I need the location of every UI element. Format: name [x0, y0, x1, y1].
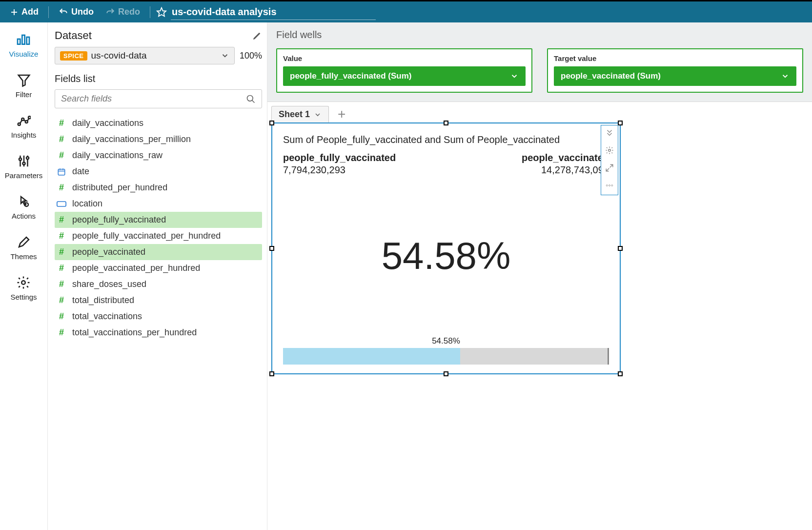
rail-label: Filter — [16, 90, 32, 99]
rail-label: Settings — [10, 293, 37, 301]
more-options-button[interactable] — [605, 181, 614, 192]
double-chevron-down-icon — [605, 128, 614, 137]
field-name: total_vaccinations_per_hundred — [72, 327, 197, 338]
rail-visualize[interactable]: Visualize — [9, 31, 39, 58]
search-fields-input[interactable] — [61, 94, 246, 104]
add-label: Add — [21, 7, 39, 17]
resize-handle[interactable] — [269, 246, 274, 251]
field-row[interactable]: people_fully_vaccinated — [55, 212, 262, 228]
resize-handle[interactable] — [618, 371, 623, 376]
star-icon[interactable] — [156, 7, 167, 18]
chevron-down-icon — [221, 51, 229, 60]
redo-icon — [105, 7, 115, 17]
kpi-left-value: 7,794,230,293 — [283, 164, 396, 176]
chevron-down-icon — [510, 72, 519, 81]
analysis-title-input[interactable] — [171, 4, 376, 20]
rail-label: Actions — [12, 212, 36, 220]
resize-handle[interactable] — [444, 371, 448, 376]
rail-parameters[interactable]: Parameters — [5, 154, 43, 180]
spice-badge: SPICE — [60, 51, 87, 61]
separator — [150, 6, 150, 18]
dots-icon — [605, 181, 614, 190]
add-button[interactable]: Add — [6, 5, 42, 19]
field-row[interactable]: people_fully_vaccinated_per_hundred — [55, 228, 262, 244]
kpi-right-label: people_vaccinated — [522, 152, 609, 163]
svg-point-18 — [22, 281, 26, 285]
rail-insights[interactable]: Insights — [11, 113, 37, 139]
svg-line-27 — [610, 164, 613, 167]
kpi-progress-bar — [283, 348, 609, 365]
field-row[interactable]: total_distributed — [55, 292, 262, 308]
resize-handle[interactable] — [444, 121, 448, 125]
svg-point-29 — [606, 185, 608, 186]
well-value-pill-text: people_fully_vaccinated (Sum) — [290, 71, 411, 81]
field-row[interactable]: daily_vaccinations — [55, 115, 262, 131]
field-row[interactable]: daily_vaccinations_raw — [55, 147, 262, 163]
chevron-down-icon[interactable] — [314, 111, 322, 119]
dataset-header: Dataset — [55, 29, 92, 42]
funnel-icon — [17, 73, 31, 87]
plus-icon — [10, 8, 19, 17]
resize-handle[interactable] — [269, 121, 274, 125]
fields-list: daily_vaccinationsdaily_vaccinations_per… — [55, 115, 262, 341]
visual-title: Sum of People_fully_vaccinated and Sum o… — [283, 134, 609, 145]
field-name: total_vaccinations — [72, 311, 142, 322]
dataset-name: us-covid-data — [91, 50, 217, 61]
rail-settings[interactable]: Settings — [10, 275, 37, 301]
fields-panel: Dataset SPICE us-covid-data 100% Fields … — [48, 22, 267, 530]
field-name: daily_vaccinations — [72, 118, 143, 128]
well-value-pill[interactable]: people_fully_vaccinated (Sum) — [283, 66, 526, 86]
search-fields-wrap[interactable] — [55, 89, 262, 108]
field-row[interactable]: total_vaccinations — [55, 308, 262, 325]
kpi-visual[interactable]: Sum of People_fully_vaccinated and Sum o… — [271, 122, 621, 374]
string-icon — [57, 199, 66, 209]
field-row[interactable]: people_vaccinated_per_hundred — [55, 260, 262, 276]
visual-settings-button[interactable] — [605, 146, 614, 157]
pencil-icon[interactable] — [252, 31, 262, 41]
field-row[interactable]: daily_vaccinations_per_million — [55, 131, 262, 147]
rail-actions[interactable]: Actions — [12, 194, 36, 220]
number-icon — [57, 151, 66, 161]
rail-filter[interactable]: Filter — [16, 73, 32, 99]
resize-handle[interactable] — [269, 371, 274, 376]
well-target[interactable]: Target value people_vaccinated (Sum) — [547, 48, 803, 93]
sheet-tabs: Sheet 1 + — [267, 102, 812, 122]
expand-down-button[interactable] — [605, 128, 614, 139]
field-row[interactable]: share_doses_used — [55, 276, 262, 292]
dataset-select[interactable]: SPICE us-covid-data — [55, 47, 235, 64]
maximize-button[interactable] — [605, 163, 614, 174]
number-icon — [57, 280, 66, 289]
left-rail: Visualize Filter Insights Parameters Act… — [0, 22, 48, 530]
field-row[interactable]: date — [55, 163, 262, 180]
field-name: distributed_per_hundred — [72, 183, 167, 193]
redo-button[interactable]: Redo — [102, 5, 144, 19]
resize-handle[interactable] — [618, 121, 623, 125]
number-icon — [57, 135, 66, 144]
kpi-right-value: 14,278,743,093 — [522, 164, 609, 176]
svg-marker-2 — [157, 7, 166, 16]
field-name: people_vaccinated — [72, 247, 145, 257]
field-row[interactable]: total_vaccinations_per_hundred — [55, 325, 262, 341]
rail-themes[interactable]: Themes — [10, 235, 37, 261]
field-row[interactable]: people_vaccinated — [55, 244, 262, 260]
resize-handle[interactable] — [618, 246, 623, 251]
field-name: date — [72, 166, 89, 177]
field-row[interactable]: distributed_per_hundred — [55, 180, 262, 196]
kpi-progress-fill — [283, 348, 460, 365]
canvas: Sheet 1 + Sum of People_fully_vaccinated… — [267, 102, 812, 530]
svg-marker-6 — [18, 75, 29, 86]
add-sheet-button[interactable]: + — [334, 106, 349, 122]
undo-icon — [59, 7, 68, 17]
undo-label: Undo — [71, 7, 94, 17]
topbar: Add Undo Redo — [0, 0, 812, 22]
well-value[interactable]: Value people_fully_vaccinated (Sum) — [276, 48, 532, 93]
separator — [48, 6, 49, 18]
sheet-tab[interactable]: Sheet 1 — [271, 106, 329, 122]
svg-point-14 — [22, 163, 25, 165]
field-row[interactable]: location — [55, 196, 262, 212]
undo-button[interactable]: Undo — [55, 5, 98, 19]
well-target-pill[interactable]: people_vaccinated (Sum) — [554, 66, 796, 86]
well-value-label: Value — [283, 54, 526, 62]
visual-toolbar — [601, 125, 618, 195]
svg-point-12 — [19, 158, 21, 161]
